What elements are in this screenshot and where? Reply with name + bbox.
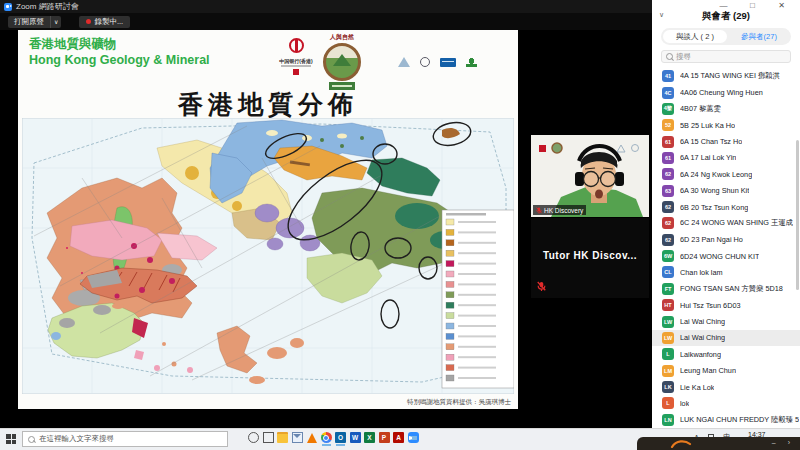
- boc-emblem-icon: [289, 38, 304, 53]
- participant-avatar: 62: [662, 217, 674, 229]
- participant-row[interactable]: LWLai Wai Ching: [652, 330, 800, 346]
- outlook-icon[interactable]: O: [335, 432, 346, 443]
- participant-row[interactable]: 636A 30 Wong Shun Kit: [652, 183, 800, 199]
- participant-avatar: 62: [662, 201, 674, 213]
- slide-title: 香港地質分佈: [18, 88, 518, 121]
- triangle-logo-icon: [398, 57, 410, 67]
- meeting-toolbar: 打開原聲 ∨ 錄製中...: [0, 13, 652, 30]
- cortana-icon[interactable]: [248, 432, 259, 443]
- zoom-icon[interactable]: [408, 432, 419, 443]
- participant-name: 5B 25 Luk Ka Ho: [680, 121, 735, 130]
- nature-logo-emblem-icon: [323, 43, 361, 81]
- map-legend: [442, 210, 514, 388]
- participant-name: 6A 30 Wong Shun Kit: [680, 186, 749, 195]
- participant-name: 4A06 Cheung Wing Huen: [680, 88, 763, 97]
- mic-muted-icon: [536, 207, 542, 214]
- start-button[interactable]: [6, 434, 16, 444]
- man-and-nature-logo: 人與自然: [321, 33, 363, 90]
- panel-scrollbar[interactable]: [796, 140, 799, 290]
- participant-avatar: LN: [662, 414, 674, 426]
- original-sound-dropdown[interactable]: ∨: [50, 16, 61, 28]
- participant-avatar: FT: [662, 283, 674, 295]
- participant-row[interactable]: 626D 23 Pan Ngai Ho: [652, 232, 800, 248]
- participant-row[interactable]: 616A 17 Lai Lok Yin: [652, 150, 800, 166]
- blue-banner-logo-icon: [440, 58, 456, 67]
- participant-row[interactable]: LWLai Wai Ching: [652, 313, 800, 329]
- mail-icon[interactable]: [292, 432, 303, 443]
- chrome-icon[interactable]: [321, 432, 332, 443]
- participant-avatar: LW: [662, 316, 674, 328]
- shared-screen-slide: 香港地質與礦物 Hong Kong Geology & Mineral 中国银行…: [18, 30, 518, 409]
- search-placeholder: 搜尋: [676, 52, 691, 62]
- participant-row[interactable]: LNLUK NGAI CHUN FREDDY 陸毅臻 5: [652, 412, 800, 428]
- excel-icon[interactable]: X: [364, 432, 375, 443]
- recording-indicator[interactable]: 錄製中...: [79, 16, 130, 28]
- participant-name: Laikwanfong: [680, 350, 721, 359]
- participant-row[interactable]: 626A 24 Ng Kwok Leong: [652, 166, 800, 182]
- participant-row[interactable]: HTHui Tsz Tsun 6D03: [652, 297, 800, 313]
- peek-window[interactable]: – ›: [637, 437, 800, 450]
- participant-name: Chan lok lam: [680, 268, 723, 277]
- mic-muted-icon: [537, 281, 546, 292]
- word-icon[interactable]: W: [350, 432, 361, 443]
- taskbar-search-input[interactable]: 在這裡輸入文字來搜尋: [22, 431, 228, 447]
- participant-name: lok: [680, 399, 689, 408]
- participant-row[interactable]: 414A 15 TANG WING KEI 鄧穎淇: [652, 68, 800, 84]
- participant-avatar: HT: [662, 299, 674, 311]
- participant-avatar: L: [662, 348, 674, 360]
- recording-label: 錄製中...: [94, 17, 123, 27]
- audio-tile-name: Tutor HK Discov...: [531, 250, 649, 261]
- participant-name: Lai Wai Ching: [680, 333, 725, 342]
- participants-header: 與會者 (29): [652, 10, 800, 23]
- tab-panelists[interactable]: 與談人 ( 2 ): [663, 30, 727, 43]
- powerpoint-icon[interactable]: P: [379, 432, 390, 443]
- participant-name: Hui Tsz Tsun 6D03: [680, 301, 741, 310]
- swoosh-logo-icon: [670, 439, 692, 448]
- window-title: Zoom 網路研討會: [16, 1, 79, 12]
- geology-map: [22, 118, 514, 394]
- participant-name: Leung Man Chun: [680, 366, 736, 375]
- original-sound-button[interactable]: 打開原聲: [8, 16, 50, 28]
- participant-row[interactable]: FTFONG TSAN SAN 方贊燊 5D18: [652, 281, 800, 297]
- tab-attendees[interactable]: 參與者(27): [727, 32, 791, 42]
- zoom-app-icon: [4, 3, 12, 11]
- participant-row[interactable]: Llok: [652, 395, 800, 411]
- recording-dot-icon: [86, 19, 91, 24]
- participant-row[interactable]: 4黎4B07 黎蕙雯: [652, 101, 800, 117]
- participant-row[interactable]: 525B 25 Luk Ka Ho: [652, 117, 800, 133]
- peek-window-controls[interactable]: – ›: [772, 439, 795, 446]
- participant-row[interactable]: 626C 24 WONG WAN SHING 王運成: [652, 215, 800, 231]
- participant-avatar: 6W: [662, 250, 674, 262]
- slide-heading-zh: 香港地質與礦物: [29, 36, 117, 53]
- round-logo-icon: [420, 57, 430, 67]
- participant-avatar: 52: [662, 119, 674, 131]
- participant-avatar: LW: [662, 332, 674, 344]
- vlc-icon[interactable]: [306, 432, 317, 443]
- video-name-label: HK Discovery: [533, 205, 586, 215]
- participant-name: Lai Wai Ching: [680, 317, 725, 326]
- task-view-icon[interactable]: [263, 432, 274, 443]
- participant-row[interactable]: CLChan lok lam: [652, 264, 800, 280]
- search-icon: [666, 53, 673, 60]
- file-explorer-icon[interactable]: [277, 432, 288, 443]
- participant-name: Lie Ka Lok: [680, 383, 714, 392]
- participant-list: 414A 15 TANG WING KEI 鄧穎淇4C4A06 Cheung W…: [652, 68, 800, 428]
- participant-row[interactable]: 626B 20 Tsz Tsun Kong: [652, 199, 800, 215]
- participant-name: 4B07 黎蕙雯: [680, 104, 721, 114]
- participant-name: 6C 24 WONG WAN SHING 王運成: [680, 218, 793, 228]
- participant-row[interactable]: 616A 15 Chan Tsz Ho: [652, 133, 800, 149]
- participants-panel: — □ ✕ ∨ 與會者 (29) 與談人 ( 2 ) 參與者(27) 搜尋 41…: [652, 0, 800, 428]
- acrobat-icon[interactable]: A: [393, 432, 404, 443]
- participant-name: 6A 24 Ng Kwok Leong: [680, 170, 752, 179]
- participant-search-input[interactable]: 搜尋: [661, 50, 791, 63]
- boc-seal-icon: [293, 69, 299, 75]
- bank-of-china-logo: 中国银行(香港): [274, 38, 318, 75]
- participant-row[interactable]: 4C4A06 Cheung Wing Huen: [652, 84, 800, 100]
- participant-avatar: 41: [662, 70, 674, 82]
- participant-row[interactable]: LKLie Ka Lok: [652, 379, 800, 395]
- participant-row[interactable]: 6W6D24 WONG CHUN KIT: [652, 248, 800, 264]
- participant-name: FONG TSAN SAN 方贊燊 5D18: [680, 284, 783, 294]
- participant-row[interactable]: LLaikwanfong: [652, 346, 800, 362]
- participant-name: 6A 17 Lai Lok Yin: [680, 153, 736, 162]
- participant-row[interactable]: LMLeung Man Chun: [652, 362, 800, 378]
